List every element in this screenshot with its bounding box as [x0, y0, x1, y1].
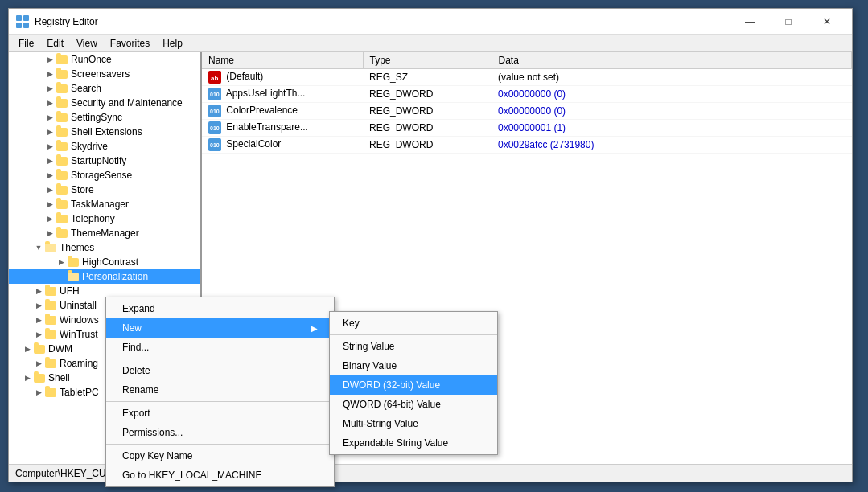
expander-ufh: ▶: [33, 287, 44, 295]
menu-help[interactable]: Help: [156, 36, 189, 51]
tree-label-storagesense: StorageSense: [71, 170, 132, 181]
ctx-permissions[interactable]: Permissions...: [106, 423, 334, 442]
expander-security: ▶: [44, 99, 56, 107]
expander-shell: ▶: [22, 374, 33, 382]
app-icon: [15, 14, 30, 29]
window-controls: — □ ✕: [731, 10, 845, 34]
folder-icon-shellextensions: [56, 126, 68, 137]
folder-icon-thememanager: [56, 228, 68, 239]
svg-text:010: 010: [210, 142, 220, 148]
reg-name: 010 ColorPrevalence: [202, 103, 363, 120]
sub-expandable-value[interactable]: Expandable String Value: [330, 433, 497, 453]
sub-key-label: Key: [343, 318, 360, 329]
table-row[interactable]: 010 SpecialColor REG_DWORD 0x0029afcc (2…: [202, 137, 852, 154]
tree-item-startupnotify[interactable]: ▶ StartupNotify: [9, 154, 200, 168]
tree-item-skydrive[interactable]: ▶ Skydrive: [9, 139, 200, 154]
tree-label-themes: Themes: [60, 242, 94, 253]
tree-item-shellextensions[interactable]: ▶ Shell Extensions: [9, 125, 200, 139]
reg-type: REG_DWORD: [363, 86, 492, 103]
menu-view[interactable]: View: [70, 36, 104, 51]
tree-item-store[interactable]: ▶ Store: [9, 182, 200, 197]
folder-icon-shell: [33, 372, 46, 383]
reg-name: 010 AppsUseLightTh...: [202, 86, 363, 103]
folder-icon-ufh: [44, 285, 57, 297]
ctx-export[interactable]: Export: [106, 404, 334, 423]
ctx-expand[interactable]: Expand: [106, 299, 334, 318]
sub-qword-value[interactable]: QWORD (64-bit) Value: [330, 395, 497, 414]
titlebar: Registry Editor — □ ✕: [9, 9, 852, 35]
menubar: File Edit View Favorites Help: [9, 35, 852, 52]
menu-favorites[interactable]: Favorites: [104, 36, 156, 51]
ctx-delete-label: Delete: [122, 365, 150, 376]
ctx-sep2: [106, 401, 334, 402]
tree-item-storagesense[interactable]: ▶ StorageSense: [9, 168, 200, 182]
ctx-delete[interactable]: Delete: [106, 361, 334, 380]
ctx-goto[interactable]: Go to HKEY_LOCAL_MACHINE: [106, 465, 334, 485]
maximize-button[interactable]: □: [770, 10, 807, 34]
submenu-new: Key String Value Binary Value DWORD (32-…: [329, 311, 498, 455]
ctx-sep1: [106, 359, 334, 359]
ctx-find-label: Find...: [122, 342, 149, 353]
ctx-copykeyname[interactable]: Copy Key Name: [106, 446, 334, 465]
tree-item-screensavers[interactable]: ▶ Screensavers: [9, 67, 200, 81]
tree-item-security[interactable]: ▶ Security and Maintenance: [9, 96, 200, 110]
tree-label-settingsync: SettingSync: [71, 112, 122, 123]
folder-icon-personalization: [67, 271, 80, 282]
expander-themes: ▼: [33, 244, 44, 252]
folder-icon-dwm: [33, 343, 46, 355]
tree-item-search[interactable]: ▶ Search: [9, 81, 200, 96]
minimize-button[interactable]: —: [731, 10, 768, 34]
menu-edit[interactable]: Edit: [40, 36, 70, 51]
table-row[interactable]: 010 AppsUseLightTh... REG_DWORD 0x000000…: [202, 86, 852, 103]
close-button[interactable]: ✕: [808, 10, 845, 34]
tree-label-roaming: Roaming: [60, 358, 98, 369]
tree-item-themes[interactable]: ▼ Themes: [9, 240, 200, 255]
table-row[interactable]: 010 ColorPrevalence REG_DWORD 0x00000000…: [202, 103, 852, 120]
sub-dword-value[interactable]: DWORD (32-bit) Value: [330, 375, 497, 395]
tree-item-highcontrast[interactable]: ▶ HighContrast: [9, 255, 200, 269]
tree-label-personalization: Personalization: [82, 271, 148, 282]
tree-item-thememanager[interactable]: ▶ ThemeManager: [9, 226, 200, 240]
tree-label-search: Search: [71, 83, 101, 94]
ctx-find[interactable]: Find...: [106, 338, 334, 357]
sub-string-value[interactable]: String Value: [330, 337, 497, 356]
ctx-rename-label: Rename: [122, 384, 158, 396]
tree-item-runonce[interactable]: ▶ RunOnce: [9, 52, 200, 67]
tree-label-tabletpc: TabletPC: [60, 387, 99, 398]
tree-item-personalization[interactable]: Personalization: [9, 269, 200, 284]
reg-data: (value not set): [492, 69, 852, 86]
tree-item-telephony[interactable]: ▶ Telephony: [9, 211, 200, 226]
dword-icon: 010: [208, 121, 221, 134]
tree-label-highcontrast: HighContrast: [82, 256, 138, 268]
registry-editor-window: Registry Editor — □ ✕ File Edit View Fav…: [8, 8, 853, 482]
svg-text:010: 010: [210, 92, 220, 97]
svg-rect-0: [16, 15, 22, 21]
expander-store: ▶: [44, 186, 56, 194]
menu-file[interactable]: File: [12, 36, 40, 51]
ctx-new-label: New: [122, 322, 142, 334]
expander-telephony: ▶: [44, 215, 56, 223]
sub-dword-label: DWORD (32-bit) Value: [343, 379, 440, 391]
tree-label-windows: Windows: [60, 314, 99, 326]
sub-multistring-value[interactable]: Multi-String Value: [330, 414, 497, 433]
expander-shellextensions: ▶: [44, 128, 56, 136]
ctx-rename[interactable]: Rename: [106, 380, 334, 400]
sub-qword-label: QWORD (64-bit) Value: [343, 399, 441, 410]
table-row[interactable]: 010 EnableTranspare... REG_DWORD 0x00000…: [202, 120, 852, 137]
sub-binary-value[interactable]: Binary Value: [330, 356, 497, 375]
tree-item-taskmanager[interactable]: ▶ TaskManager: [9, 197, 200, 211]
folder-icon-search: [56, 83, 68, 94]
tree-label-runonce: RunOnce: [71, 54, 112, 65]
tree-label-skydrive: Skydrive: [71, 141, 108, 152]
ctx-new[interactable]: New ▶: [106, 318, 334, 338]
table-row[interactable]: ab (Default) REG_SZ (value not set): [202, 69, 852, 86]
ctx-expand-label: Expand: [122, 303, 155, 314]
tree-item-settingsync[interactable]: ▶ SettingSync: [9, 110, 200, 125]
registry-table: Name Type Data ab (Default): [202, 52, 852, 154]
sub-key[interactable]: Key: [330, 314, 497, 333]
expander-highcontrast: ▶: [56, 258, 67, 266]
tree-label-dwm: DWM: [48, 343, 72, 355]
folder-icon-tabletpc: [44, 387, 57, 398]
reg-type: REG_SZ: [363, 69, 492, 86]
ctx-goto-label: Go to HKEY_LOCAL_MACHINE: [122, 469, 261, 481]
